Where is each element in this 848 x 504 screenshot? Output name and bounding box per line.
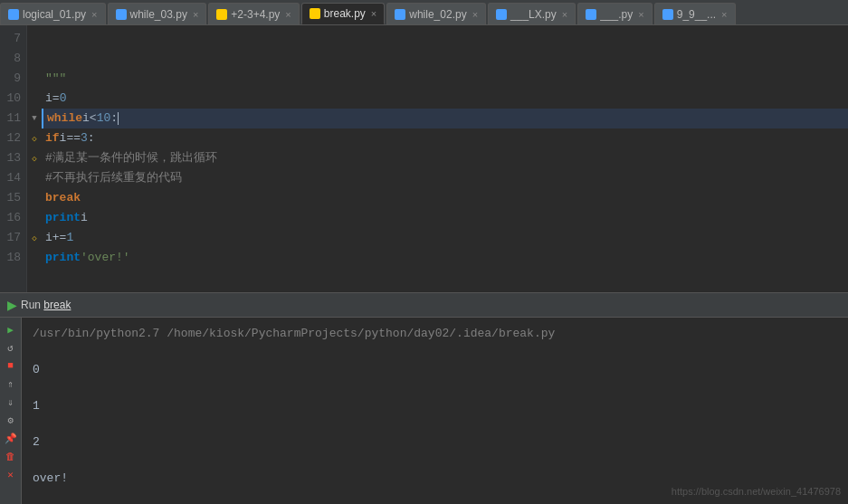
line-num-18: 18: [0, 248, 21, 268]
run-icon: ▶: [7, 298, 17, 312]
clear-btn[interactable]: 🗑: [3, 448, 19, 464]
tab-icon-break: [310, 8, 320, 19]
tab-close-while_03[interactable]: ×: [193, 9, 198, 20]
line-num-7: 7: [0, 29, 21, 49]
marker-9: [27, 69, 42, 89]
terminal-line-1: 1: [33, 397, 837, 415]
tab-close-nine[interactable]: ×: [721, 9, 727, 20]
line-num-15: 15: [0, 188, 21, 208]
marker-11: ▼: [27, 109, 42, 128]
marker-14: [27, 168, 42, 188]
code-line-9[interactable]: """: [42, 69, 848, 89]
editor-area: 789101112131415161718 ▼◇◇◇ """ i = 0 whi…: [0, 25, 848, 292]
run-panel-bar: ▶ Run break: [0, 292, 848, 318]
terminal-line-2: 2: [33, 433, 837, 452]
tab-blank1[interactable]: ___.py×: [577, 3, 652, 24]
scroll-up-btn[interactable]: ⇑: [3, 376, 19, 392]
tab-label-break: break.py: [324, 7, 366, 20]
run-label: Run: [21, 299, 41, 311]
tab-nine[interactable]: 9_9__...×: [654, 3, 736, 24]
code-line-11[interactable]: while i < 10:: [42, 109, 848, 128]
pin-btn[interactable]: 📌: [3, 430, 19, 446]
break-tab-label[interactable]: break: [43, 299, 71, 311]
line-num-8: 8: [0, 49, 21, 69]
tab-label-while_02: while_02.py: [409, 8, 466, 21]
code-line-14[interactable]: #不再执行后续重复的代码: [42, 168, 848, 188]
marker-12: ◇: [27, 128, 42, 148]
terminal-line-3: over!: [33, 470, 837, 488]
code-line-18[interactable]: print 'over!': [42, 248, 848, 268]
close-panel-btn[interactable]: ✕: [3, 466, 19, 482]
code-line-12[interactable]: if i == 3:: [42, 128, 848, 148]
marker-15: [27, 188, 42, 208]
tab-icon-logical_01: [8, 9, 19, 20]
tab-icon-LX: [496, 9, 507, 20]
code-line-10[interactable]: i = 0: [42, 89, 848, 109]
tab-logical_01[interactable]: logical_01.py×: [0, 3, 106, 24]
tab-close-break[interactable]: ×: [371, 8, 376, 19]
marker-10: [27, 89, 42, 109]
watermark: https://blog.csdn.net/weixin_41476978: [672, 486, 841, 497]
scroll-down-btn[interactable]: ⇓: [3, 394, 19, 410]
code-line-17[interactable]: i += 1: [42, 228, 848, 248]
line-num-12: 12: [0, 128, 21, 148]
code-line-15[interactable]: break: [42, 188, 848, 208]
marker-16: [27, 208, 42, 228]
tab-icon-while_03: [116, 9, 127, 20]
tab-close-while_02[interactable]: ×: [472, 9, 478, 20]
tab-label-plus_minus: +2-3+4.py: [231, 8, 280, 21]
code-line-16[interactable]: print i: [42, 208, 848, 228]
marker-13: ◇: [27, 148, 42, 168]
tab-close-LX[interactable]: ×: [562, 9, 567, 20]
tab-plus_minus[interactable]: +2-3+4.py×: [208, 3, 299, 24]
terminal-line-0: 0: [33, 361, 837, 379]
code-line-13[interactable]: #满足某一条件的时候，跳出循环: [42, 148, 848, 168]
line-num-11: 11: [0, 109, 21, 128]
line-num-10: 10: [0, 89, 21, 109]
code-editor[interactable]: """ i = 0 while i < 10: if i == 3: #满足某一…: [42, 25, 848, 292]
stop-btn[interactable]: ■: [3, 357, 19, 374]
run-panel-tab[interactable]: ▶ Run break: [7, 298, 71, 312]
line-numbers: 789101112131415161718: [0, 25, 27, 292]
line-num-9: 9: [0, 69, 21, 89]
marker-18: [27, 248, 42, 268]
terminal-output: /usr/bin/python2.7 /home/kiosk/PycharmPr…: [22, 318, 848, 504]
tab-label-while_03: while_03.py: [130, 8, 187, 21]
rerun-btn[interactable]: ↺: [3, 339, 19, 356]
tab-bar: logical_01.py×while_03.py×+2-3+4.py×brea…: [0, 0, 848, 25]
tab-close-blank1[interactable]: ×: [638, 9, 643, 20]
line-num-14: 14: [0, 168, 21, 188]
tab-label-blank1: ___.py: [600, 8, 633, 21]
code-line-8[interactable]: [42, 49, 848, 69]
tab-close-plus_minus[interactable]: ×: [285, 9, 291, 20]
marker-7: [27, 29, 42, 49]
line-num-16: 16: [0, 208, 21, 228]
marker-8: [27, 49, 42, 69]
terminal-path: /usr/bin/python2.7 /home/kiosk/PycharmPr…: [33, 325, 837, 343]
tab-icon-nine: [662, 9, 673, 20]
code-line-7[interactable]: [42, 29, 848, 49]
markers-gutter: ▼◇◇◇: [27, 25, 42, 292]
settings-btn[interactable]: ⚙: [3, 412, 19, 428]
line-num-17: 17: [0, 228, 21, 248]
tab-icon-while_02: [395, 9, 405, 20]
tab-close-logical_01[interactable]: ×: [91, 9, 97, 20]
tab-LX[interactable]: ___LX.py×: [488, 3, 576, 24]
tab-icon-plus_minus: [216, 9, 227, 20]
line-num-13: 13: [0, 148, 21, 168]
terminal-area: ▶↺■⇑⇓⚙📌🗑✕ /usr/bin/python2.7 /home/kiosk…: [0, 318, 848, 504]
run-btn[interactable]: ▶: [3, 321, 19, 338]
left-toolbar: ▶↺■⇑⇓⚙📌🗑✕: [0, 318, 22, 504]
tab-while_02[interactable]: while_02.py×: [386, 3, 486, 24]
tab-label-nine: 9_9__...: [677, 8, 716, 21]
tab-label-logical_01: logical_01.py: [23, 8, 86, 21]
tab-break[interactable]: break.py×: [301, 3, 385, 24]
tab-while_03[interactable]: while_03.py×: [108, 3, 207, 24]
tab-label-LX: ___LX.py: [510, 8, 557, 21]
tab-icon-blank1: [586, 9, 596, 20]
marker-17: ◇: [27, 228, 42, 248]
